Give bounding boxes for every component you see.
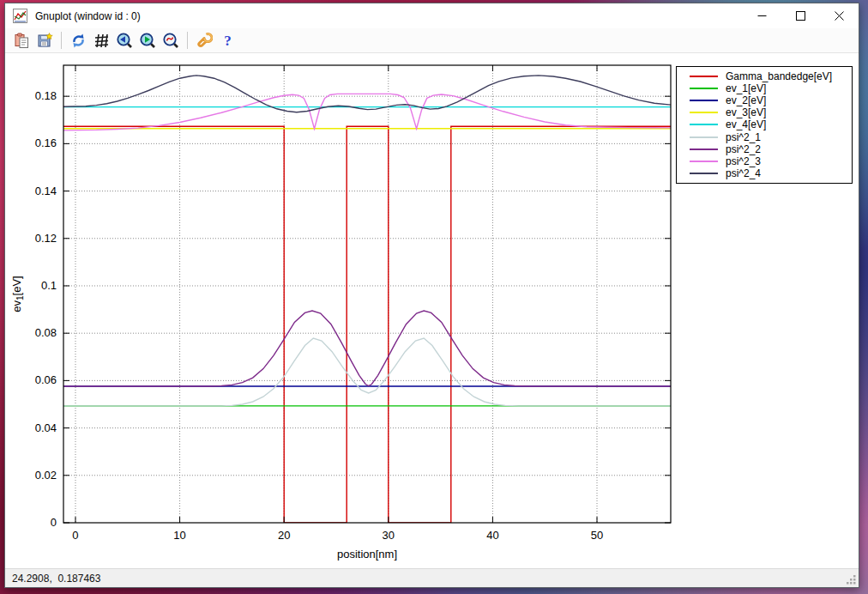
maximize-button[interactable] <box>781 3 820 28</box>
legend-label: psi^2_1 <box>726 131 761 143</box>
minimize-button[interactable] <box>743 3 781 28</box>
legend-label: psi^2_3 <box>726 155 761 167</box>
x-tick-label: 20 <box>278 529 290 542</box>
legend-entry: psi^2_1 <box>677 131 852 142</box>
minimize-icon <box>757 11 767 21</box>
configure-button[interactable] <box>194 30 214 51</box>
help-icon: ? <box>220 33 236 49</box>
grid-lines <box>63 65 671 523</box>
zoom-next-button[interactable] <box>137 30 158 51</box>
legend-box: Gamma_bandedge[eV]ev_1[eV]ev_2[eV]ev_3[e… <box>676 66 853 184</box>
y-tick-label: 0 <box>51 516 57 529</box>
legend-label: psi^2_4 <box>726 167 761 179</box>
help-button[interactable]: ? <box>217 30 238 51</box>
y-tick-label: 0.1 <box>41 279 57 292</box>
x-tick-label: 50 <box>591 529 603 542</box>
legend-label: ev_3[eV] <box>726 106 766 118</box>
gnuplot-window: Gnuplot (window id : 0) <box>4 3 859 588</box>
zoom-next-icon <box>140 33 156 49</box>
toolbar: ? <box>5 28 859 53</box>
x-tick-label: 40 <box>486 529 498 542</box>
toggle-grid-button[interactable] <box>91 30 112 51</box>
y-tick-label: 0.18 <box>35 89 57 102</box>
y-axis-label: ev1[eV] <box>10 276 25 312</box>
legend-label: psi^2_2 <box>726 143 761 155</box>
series-psi^2_1 <box>63 338 671 406</box>
save-icon <box>37 33 53 49</box>
window-controls <box>743 3 859 28</box>
y-tick-label: 0.02 <box>35 469 57 482</box>
status-bar: 24.2908, 0.187463 <box>5 568 859 587</box>
refresh-icon <box>70 33 87 49</box>
wrench-icon <box>196 33 213 49</box>
legend-line-swatch <box>690 112 718 113</box>
x-tick-label: 10 <box>173 529 185 542</box>
title-bar: Gnuplot (window id : 0) <box>5 3 859 28</box>
legend-line-swatch <box>690 161 718 162</box>
x-tick-label: 30 <box>383 529 395 542</box>
tick-labels: 0102030405000.020.040.060.080.10.120.140… <box>35 89 604 542</box>
legend-line-swatch <box>690 124 718 125</box>
legend-label: ev_4[eV] <box>726 118 766 130</box>
zoom-previous-icon <box>117 33 133 49</box>
legend-entry: psi^2_2 <box>677 143 852 155</box>
plot-border <box>63 65 671 523</box>
series-Gamma_bandedge[eV] <box>63 126 671 523</box>
legend-line-swatch <box>690 136 718 138</box>
legend-label: ev_1[eV] <box>726 82 766 94</box>
y-tick-label: 0.08 <box>35 326 57 339</box>
legend-label: ev_2[eV] <box>726 94 766 106</box>
legend-entry: psi^2_3 <box>677 156 852 167</box>
gnuplot-app-icon <box>13 9 27 23</box>
plot-canvas[interactable]: 0102030405000.020.040.060.080.10.120.140… <box>5 53 859 568</box>
zoom-region-icon <box>163 33 179 49</box>
svg-text:?: ? <box>224 33 232 49</box>
legend-entry: ev_1[eV] <box>677 82 852 94</box>
legend-label: Gamma_bandedge[eV] <box>726 70 832 82</box>
x-tick-label: 0 <box>72 529 78 542</box>
legend-line-swatch <box>690 100 718 101</box>
legend-entry: ev_3[eV] <box>677 107 852 118</box>
legend-entry: ev_4[eV] <box>677 119 852 130</box>
copy-icon <box>14 33 30 49</box>
legend-entry: psi^2_4 <box>677 168 852 179</box>
y-tick-label: 0.04 <box>35 421 57 434</box>
y-tick-label: 0.16 <box>35 136 57 149</box>
legend-entry: ev_2[eV] <box>677 95 852 106</box>
save-plot-button[interactable] <box>34 30 55 51</box>
series-psi^2_3 <box>63 94 671 130</box>
resize-grip[interactable] <box>846 574 857 585</box>
legend-entry: Gamma_bandedge[eV] <box>677 70 852 82</box>
legend-line-swatch <box>690 76 718 77</box>
x-axis-label: position[nm] <box>337 548 397 561</box>
window-title: Gnuplot (window id : 0) <box>35 10 743 22</box>
replot-button[interactable] <box>68 30 88 51</box>
copy-to-clipboard-button[interactable] <box>11 30 32 51</box>
legend-line-swatch <box>690 148 718 150</box>
maximize-icon <box>796 11 805 21</box>
toolbar-separator <box>187 32 188 49</box>
y-tick-label: 0.14 <box>35 185 57 197</box>
legend-line-swatch <box>690 173 718 174</box>
y-tick-label: 0.12 <box>35 232 57 245</box>
zoom-previous-button[interactable] <box>114 30 135 51</box>
y-tick-label: 0.06 <box>35 373 57 386</box>
legend-line-swatch <box>690 88 718 89</box>
series-lines <box>63 76 671 523</box>
close-button[interactable] <box>820 3 859 28</box>
close-icon <box>835 11 844 21</box>
axis-ticks <box>63 65 671 523</box>
zoom-region-button[interactable] <box>160 30 181 51</box>
mouse-coordinates: 24.2908, 0.187463 <box>12 573 100 585</box>
grid-icon <box>93 33 110 49</box>
toolbar-separator <box>61 32 62 49</box>
series-psi^2_2 <box>63 311 671 386</box>
